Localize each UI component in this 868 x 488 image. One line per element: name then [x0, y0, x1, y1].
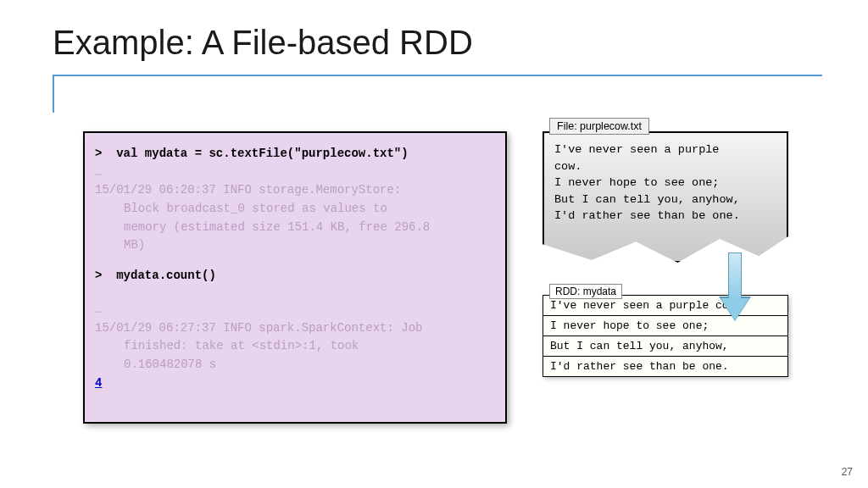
log-line-1b: Block broadcast_0 stored as values to: [95, 200, 495, 219]
rdd-row: I'd rather see than be one.: [543, 357, 788, 377]
rdd-row: But I can tell you, anyhow,: [543, 336, 788, 357]
code-cmd-1: val mydata = sc.textFile("purplecow.txt"…: [116, 147, 408, 160]
file-line: cow.: [554, 158, 776, 175]
prompt-2: >: [95, 269, 102, 282]
file-label: File: purplecow.txt: [549, 118, 649, 135]
rdd-panel: RDD: mydata I've never seen a purple cow…: [542, 295, 788, 377]
faded-ellipsis1: …: [95, 164, 495, 182]
log-line-1c: memory (estimated size 151.4 KB, free 29…: [95, 219, 495, 237]
code-block: > val mydata = sc.textFile("purplecow.tx…: [83, 131, 507, 424]
page-number: 27: [842, 466, 853, 478]
file-line: I've never seen a purple: [554, 141, 776, 158]
log-line-2c: 0.160482078 s: [95, 356, 495, 374]
log-line-1a: 15/01/29 06:20:37 INFO storage.MemorySto…: [95, 181, 495, 200]
code-cmd-2: mydata.count(): [116, 269, 216, 282]
rdd-table: I've never seen a purple cow. I never ho…: [542, 295, 788, 377]
rdd-label: RDD: mydata: [549, 284, 622, 299]
file-body: I've never seen a purple cow. I never ho…: [542, 131, 788, 263]
file-line: But I can tell you, anyhow,: [554, 191, 776, 208]
rdd-row: I never hope to see one;: [543, 316, 788, 336]
faded-ellipsis2: …: [95, 301, 495, 319]
slide-title: Example: A File-based RDD: [53, 24, 473, 62]
file-panel: File: purplecow.txt I've never seen a pu…: [542, 131, 788, 263]
log-line-1d: MB): [95, 236, 495, 255]
arrow-down-icon: [721, 252, 749, 322]
prompt-1: >: [95, 147, 102, 160]
file-line: I'd rather see than be one.: [554, 208, 776, 225]
title-rule: [53, 75, 822, 76]
log-line-2a: 15/01/29 06:27:37 INFO spark.SparkContex…: [95, 319, 495, 338]
file-line: I never hope to see one;: [554, 175, 776, 191]
log-line-2b: finished: take at <stdin>:1, took: [95, 337, 495, 356]
title-rule-vertical: [53, 75, 54, 113]
code-result: 4: [95, 374, 495, 393]
